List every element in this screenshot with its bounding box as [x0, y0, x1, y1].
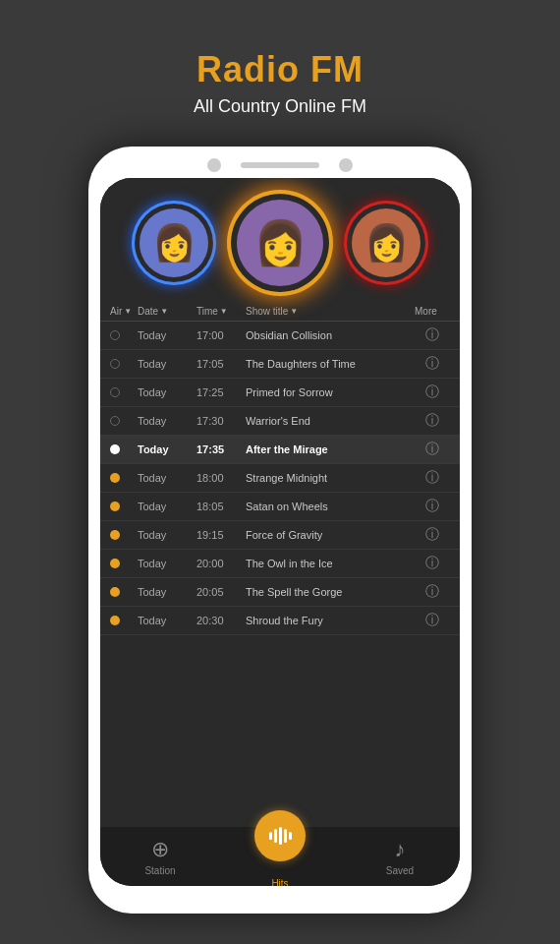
- cell-title: Warrior's End: [246, 414, 415, 428]
- table-row[interactable]: Today 17:35 After the Mirage ⓘ: [100, 436, 460, 464]
- cell-title: Strange Midnight: [246, 471, 415, 485]
- cell-time: 20:30: [196, 615, 246, 626]
- cell-time: 20:00: [196, 558, 246, 569]
- table-row[interactable]: Today 18:05 Satan on Wheels ⓘ: [100, 493, 460, 521]
- nav-saved-label: Saved: [386, 865, 414, 876]
- dot-indicator: [110, 559, 138, 568]
- dot-indicator: [110, 330, 138, 340]
- table-row[interactable]: Today 20:30 Shroud the Fury ⓘ: [100, 607, 460, 635]
- table-row[interactable]: Today 20:00 The Owl in the Ice ⓘ: [100, 550, 460, 578]
- table-row[interactable]: Today 20:05 The Spell the Gorge ⓘ: [100, 578, 460, 607]
- phone-screen: 👩 👩 👩 Air ▼ Date: [100, 178, 460, 886]
- col-date: Date ▼: [138, 306, 196, 317]
- avatar-section: 👩 👩 👩: [100, 178, 460, 302]
- cell-time: 19:15: [196, 529, 246, 541]
- info-icon[interactable]: ⓘ: [415, 326, 450, 344]
- cell-time: 17:35: [196, 443, 246, 455]
- cell-date: Today: [138, 415, 196, 427]
- cell-date: Today: [138, 472, 196, 484]
- dot-indicator: [110, 416, 138, 426]
- info-icon[interactable]: ⓘ: [415, 498, 450, 515]
- col-show-title: Show title ▼: [246, 306, 415, 317]
- info-icon[interactable]: ⓘ: [415, 612, 450, 629]
- cell-title: The Spell the Gorge: [246, 585, 415, 599]
- avatar-2-img: 👩: [237, 200, 323, 286]
- info-icon[interactable]: ⓘ: [415, 583, 450, 601]
- cell-title: The Owl in the Ice: [246, 557, 415, 570]
- nav-hits-label: Hits: [271, 878, 288, 886]
- dot-indicator: [110, 502, 138, 511]
- cell-date: Today: [138, 586, 196, 598]
- avatar-1-img: 👩: [140, 208, 208, 277]
- dot-indicator: [110, 387, 138, 397]
- table-body: Today 17:00 Obsidian Collision ⓘ Today 1…: [100, 322, 460, 827]
- cell-time: 17:05: [196, 358, 246, 370]
- cell-date: Today: [138, 358, 196, 370]
- avatar-1[interactable]: 👩: [135, 204, 213, 282]
- radio-waves-icon: [269, 827, 292, 845]
- info-icon[interactable]: ⓘ: [415, 441, 450, 458]
- dot-indicator: [110, 473, 138, 483]
- nav-hits[interactable]: Hits: [220, 824, 340, 886]
- table-row[interactable]: Today 17:25 Primed for Sorrow ⓘ: [100, 379, 460, 407]
- hits-circle: [254, 810, 306, 861]
- info-icon[interactable]: ⓘ: [415, 384, 450, 401]
- front-camera-2: [339, 158, 353, 172]
- table-row[interactable]: Today 17:30 Warrior's End ⓘ: [100, 407, 460, 436]
- table-row[interactable]: Today 18:00 Strange Midnight ⓘ: [100, 464, 460, 493]
- avatar-3[interactable]: 👩: [347, 204, 425, 282]
- nav-station-label: Station: [144, 865, 175, 876]
- info-icon[interactable]: ⓘ: [415, 355, 450, 373]
- dot-indicator: [110, 444, 138, 454]
- table-row[interactable]: Today 19:15 Force of Gravity ⓘ: [100, 521, 460, 550]
- phone-notch: [100, 158, 460, 172]
- cell-title: Force of Gravity: [246, 528, 415, 542]
- col-more: More: [415, 306, 450, 317]
- phone-speaker: [241, 162, 319, 168]
- info-icon[interactable]: ⓘ: [415, 412, 450, 430]
- app-title: Radio FM: [196, 49, 364, 90]
- info-icon[interactable]: ⓘ: [415, 526, 450, 544]
- cell-time: 18:00: [196, 472, 246, 484]
- bookmark-icon: ♪: [395, 837, 406, 862]
- dot-indicator: [110, 359, 138, 369]
- col-air: Air ▼: [110, 306, 138, 317]
- app-subtitle: All Country Online FM: [194, 96, 366, 117]
- cell-title: The Daughters of Time: [246, 357, 415, 371]
- cell-time: 18:05: [196, 501, 246, 512]
- info-icon[interactable]: ⓘ: [415, 469, 450, 487]
- front-camera: [207, 158, 221, 172]
- cell-title: Primed for Sorrow: [246, 385, 415, 399]
- plus-icon: ⊕: [151, 837, 169, 862]
- cell-title: Shroud the Fury: [246, 614, 415, 627]
- phone-frame: 👩 👩 👩 Air ▼ Date: [88, 147, 472, 914]
- cell-date: Today: [138, 558, 196, 569]
- cell-date: Today: [138, 386, 196, 398]
- nav-station[interactable]: ⊕ Station: [100, 837, 220, 876]
- cell-title: After the Mirage: [246, 442, 415, 456]
- cell-date: Today: [138, 529, 196, 541]
- dot-indicator: [110, 530, 138, 540]
- info-icon[interactable]: ⓘ: [415, 555, 450, 572]
- table-row[interactable]: Today 17:00 Obsidian Collision ⓘ: [100, 322, 460, 350]
- dot-indicator: [110, 587, 138, 597]
- cell-date: Today: [138, 501, 196, 512]
- avatar-3-img: 👩: [352, 208, 420, 277]
- table-row[interactable]: Today 17:05 The Daughters of Time ⓘ: [100, 350, 460, 379]
- cell-title: Obsidian Collision: [246, 328, 415, 342]
- cell-time: 17:00: [196, 329, 246, 341]
- cell-time: 17:30: [196, 415, 246, 427]
- bottom-nav: ⊕ Station Hits ♪ Saved: [100, 827, 460, 886]
- cell-title: Satan on Wheels: [246, 500, 415, 513]
- avatar-2-active[interactable]: 👩: [231, 194, 329, 292]
- cell-date: Today: [138, 615, 196, 626]
- dot-indicator: [110, 616, 138, 625]
- table-header: Air ▼ Date ▼ Time ▼ Show title ▼ More: [100, 302, 460, 322]
- col-time: Time ▼: [196, 306, 246, 317]
- cell-time: 17:25: [196, 386, 246, 398]
- cell-date: Today: [138, 329, 196, 341]
- cell-time: 20:05: [196, 586, 246, 598]
- nav-saved[interactable]: ♪ Saved: [340, 837, 460, 876]
- schedule-table: Air ▼ Date ▼ Time ▼ Show title ▼ More: [100, 302, 460, 827]
- cell-date: Today: [138, 443, 196, 455]
